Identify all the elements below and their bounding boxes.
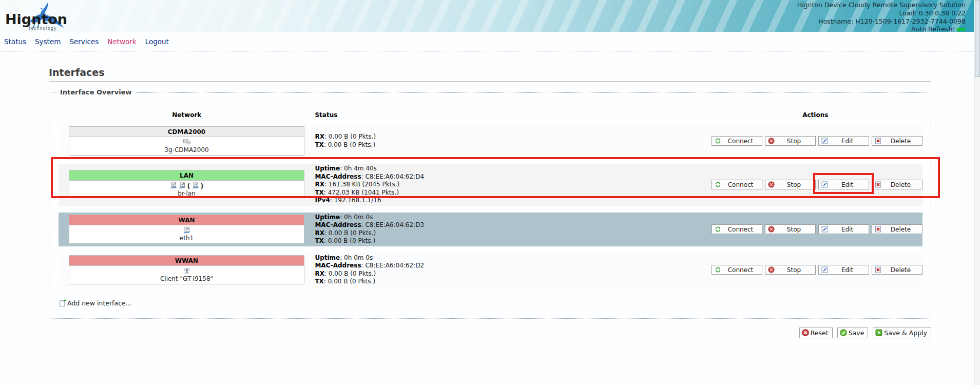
column-header-status: Status [315, 111, 708, 119]
actions-cell: ConnectStopEditDelete [708, 164, 923, 206]
network-name: WWAN [69, 256, 304, 266]
button-label: Delete [882, 266, 919, 274]
lan-stop-button[interactable]: Stop [765, 180, 816, 189]
nav-item-status[interactable]: Status [4, 37, 26, 46]
add-page-icon [59, 299, 66, 307]
button-label: Stop [776, 181, 813, 188]
main-nav: StatusSystemServicesNetworkLogout [0, 32, 974, 51]
button-label: Edit [829, 138, 866, 145]
button-label: Stop [776, 138, 813, 145]
bridge-icon [183, 139, 191, 146]
wan-delete-button[interactable]: Delete [872, 224, 923, 234]
connect-icon [715, 266, 721, 273]
nav-item-services[interactable]: Services [69, 37, 99, 46]
wan-stop-button[interactable]: Stop [765, 224, 816, 234]
status-line-tx: TX: 0.00 B (0 Pkts.) [315, 237, 708, 245]
status-cell: Uptime: 0h 0m 0sMAC-Address: C8:EE:A6:04… [315, 213, 708, 246]
status-line-tx: TX: 0.00 B (0 Pkts.) [315, 278, 708, 286]
delete-icon [875, 226, 881, 233]
button-label: Save [849, 329, 864, 337]
status-cell: RX: 0.00 B (0 Pkts.)TX: 0.00 B (0 Pkts.) [315, 125, 708, 157]
status-cell: Uptime: 0h 4m 40sMAC-Address: C8:EE:A6:0… [315, 164, 708, 206]
scrollbar-thumb[interactable] [975, 0, 980, 77]
status-line-uptime: Uptime: 0h 0m 0s [315, 254, 708, 262]
load-average: Load: 0.30 0.38 0.22 [797, 9, 966, 17]
paren-text: ) [201, 182, 204, 190]
stop-icon [768, 181, 775, 188]
device-icons [69, 138, 304, 146]
actions-cell: ConnectStopEditDelete [708, 213, 923, 246]
network-name: CDMA2000 [69, 127, 304, 137]
network-cell: WAN eth1 [59, 213, 315, 246]
status-line-tx: TX: 472.03 KB (1041 Pkts.) [315, 189, 708, 197]
nav-item-logout[interactable]: Logout [145, 37, 169, 46]
save-button[interactable]: Save [837, 328, 869, 338]
wan-edit-button[interactable]: Edit [818, 224, 869, 234]
product-title: Hignton Device Cloudy Remote Supervisory… [797, 1, 966, 9]
reset-button[interactable]: Reset [799, 328, 833, 338]
edit-icon [821, 226, 828, 233]
network-name: WAN [69, 215, 304, 225]
wwan-edit-button[interactable]: Edit [818, 265, 869, 275]
button-label: Edit [829, 266, 866, 274]
network-cell: WWAN Client "GT-I9158" [59, 253, 315, 287]
wwan-stop-button[interactable]: Stop [765, 265, 816, 275]
network-box: CDMA2000 3g-CDMA2000 [69, 126, 304, 156]
status-line-uptime: Uptime: 0h 4m 40s [315, 165, 708, 173]
status-line-tx: TX: 0.00 B (0 Pkts.) [315, 141, 708, 149]
button-label: Edit [829, 181, 866, 188]
status-line-mac-address: MAC-Address: C8:EE:A6:04:62:D4 [315, 173, 708, 181]
device-icons [69, 267, 304, 275]
network-cell: CDMA2000 3g-CDMA2000 [59, 125, 315, 157]
cdma2000-delete-button[interactable]: Delete [872, 136, 923, 146]
button-label: Edit [829, 226, 866, 233]
button-label: Connect [722, 226, 759, 233]
cdma2000-stop-button[interactable]: Stop [765, 136, 816, 146]
status-line-rx: RX: 0.00 B (0 Pkts.) [315, 270, 708, 278]
status-line-uptime: Uptime: 0h 0m 0s [315, 214, 708, 222]
stop-icon [768, 138, 775, 144]
device-name: 3g-CDMA2000 [69, 146, 304, 153]
vertical-scrollbar[interactable] [974, 0, 980, 385]
actions-cell: ConnectStopEditDelete [708, 125, 923, 157]
lan-delete-button[interactable]: Delete [872, 180, 923, 189]
network-device: eth1 [69, 225, 304, 243]
status-line-rx: RX: 0.00 B (0 Pkts.) [315, 229, 708, 238]
delete-icon [875, 266, 881, 273]
wwan-delete-button[interactable]: Delete [872, 265, 923, 275]
device-name: br-lan [69, 190, 304, 197]
save-apply-button[interactable]: Save & Apply [873, 328, 931, 338]
table-header-row: Network Status Actions [59, 111, 923, 119]
lan-connect-button[interactable]: Connect [712, 180, 762, 189]
cdma2000-edit-button[interactable]: Edit [818, 136, 869, 146]
network-box: LAN () br-lan [69, 170, 304, 199]
nav-item-network[interactable]: Network [107, 37, 136, 46]
connect-icon [715, 181, 721, 188]
button-label: Stop [776, 266, 813, 274]
device-icons [69, 226, 304, 235]
button-label: Connect [722, 266, 759, 274]
footer-buttons: ResetSaveSave & Apply [49, 328, 931, 338]
connect-icon [715, 226, 721, 233]
auto-refresh-label: Auto Refresh: [911, 25, 956, 32]
device-name: Client "GT-I9158" [69, 275, 304, 282]
cdma2000-connect-button[interactable]: Connect [712, 136, 762, 146]
button-label: Delete [882, 181, 919, 188]
auto-refresh: Auto Refresh: on [797, 25, 966, 32]
network-box: WAN eth1 [69, 215, 304, 244]
nav-item-system[interactable]: System [35, 37, 61, 46]
auto-refresh-value[interactable]: on [957, 25, 966, 32]
lan-edit-button[interactable]: Edit [818, 180, 869, 189]
interface-overview-section: Interface Overview Network Status Action… [49, 92, 931, 319]
section-legend: Interface Overview [56, 88, 136, 96]
page-title: Interfaces [49, 67, 931, 82]
edit-icon [821, 138, 828, 144]
interface-row-cdma2000: CDMA2000 3g-CDMA2000 RX: 0.00 B (0 Pkts.… [59, 125, 923, 157]
device-name: eth1 [69, 235, 304, 242]
apply-icon [875, 329, 882, 336]
wan-connect-button[interactable]: Connect [712, 224, 762, 234]
add-interface-link[interactable]: Add new interface... [59, 299, 132, 307]
button-label: Connect [722, 181, 759, 188]
network-cell: LAN () br-lan [59, 164, 315, 206]
wwan-connect-button[interactable]: Connect [712, 265, 762, 275]
